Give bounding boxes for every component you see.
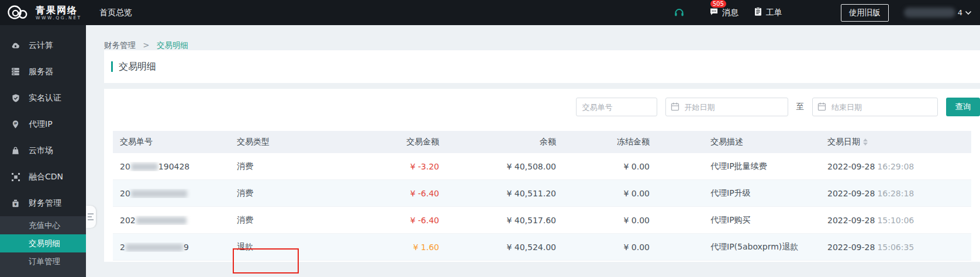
order-no-input[interactable] <box>576 98 657 116</box>
cdn-nodes-icon <box>11 172 20 182</box>
cell-date: 2022-09-2815:06:35 <box>820 243 971 252</box>
cell-description: 代理IP购买 <box>657 215 820 226</box>
sidebar-item-proxy-ip[interactable]: IP 代理IP <box>0 111 86 137</box>
shopping-bag-icon <box>11 146 20 155</box>
ticket-clipboard-icon <box>754 7 762 18</box>
header-frozen: 冻结金额 <box>563 137 657 147</box>
user-name-suffix: 4 <box>958 8 962 17</box>
nav-home[interactable]: 首页总览 <box>92 8 132 18</box>
date-range-separator: 至 <box>796 102 805 112</box>
sidebar-item-label: 实名认证 <box>29 93 61 103</box>
user-menu[interactable]: 4 <box>904 8 972 18</box>
cell-type-refund: 退款 <box>230 242 326 252</box>
cell-amount: ¥ -6.40 <box>326 216 446 225</box>
legacy-version-button[interactable]: 使用旧版 <box>841 4 889 22</box>
cell-order-no: 29 <box>113 243 230 252</box>
sidebar-item-finance[interactable]: ¥ 财务管理 <box>0 190 86 216</box>
page-title-card: 交易明细 <box>104 50 980 83</box>
header-date: 交易日期 <box>820 137 971 147</box>
cell-frozen: ¥ 0.00 <box>563 243 657 252</box>
location-pin-icon: IP <box>11 120 20 129</box>
cell-order-no: 20190428 <box>113 162 230 171</box>
breadcrumb: 财务管理 > 交易明细 <box>86 25 980 50</box>
server-icon <box>11 67 20 77</box>
redacted-text-blur <box>131 163 158 171</box>
sidebar-item-identity-verification[interactable]: 实名认证 <box>0 85 86 111</box>
svg-text:¥: ¥ <box>14 202 17 206</box>
sidebar-item-cdn[interactable]: 融合CDN <box>0 164 86 190</box>
user-name-redacted <box>904 8 955 18</box>
sort-icon[interactable] <box>863 138 868 146</box>
page-title: 交易明细 <box>119 61 156 73</box>
cell-date: 2022-09-2816:29:08 <box>820 162 971 171</box>
breadcrumb-current: 交易明细 <box>157 40 188 50</box>
top-header: 青果网络 WWW.QG.NET 首页总览 505 消息 <box>0 0 980 25</box>
header-balance: 余额 <box>446 137 563 147</box>
cell-type: 消费 <box>230 161 326 172</box>
sidebar-item-cloud-market[interactable]: 云市场 <box>0 137 86 164</box>
sidebar-item-label: 融合CDN <box>29 172 63 182</box>
sidebar: 云计算 服务器 实名认证 IP 代理IP 云市场 <box>0 25 86 277</box>
transactions-card: 至 查询 交易单号 交易类型 交易金额 余额 冻结金额 交易描述 交易日期 <box>104 89 980 262</box>
money-bag-icon: ¥ <box>11 199 20 208</box>
sidebar-item-servers[interactable]: 服务器 <box>0 58 86 85</box>
filter-bar: 至 查询 <box>104 98 980 116</box>
sidebar-subitem-recharge-center[interactable]: 充值中心 <box>0 216 86 234</box>
cell-type: 消费 <box>230 188 326 199</box>
tickets-menu[interactable]: 工单 <box>754 7 782 18</box>
messages-label: 消息 <box>722 8 739 18</box>
cell-amount: ¥ 1.60 <box>326 243 446 252</box>
cell-balance: ¥ 40,511.20 <box>446 189 563 198</box>
header-description: 交易描述 <box>657 137 820 147</box>
cell-balance: ¥ 40,517.60 <box>446 216 563 225</box>
cell-date: 2022-09-2816:28:18 <box>820 189 971 198</box>
sidebar-subitem-order-management[interactable]: 订单管理 <box>0 252 86 271</box>
cell-amount: ¥ -3.20 <box>326 162 446 171</box>
sidebar-subitem-transaction-details[interactable]: 交易明细 <box>0 234 86 252</box>
breadcrumb-parent[interactable]: 财务管理 <box>104 40 136 50</box>
header-type: 交易类型 <box>230 137 326 147</box>
header-order-no: 交易单号 <box>113 137 230 147</box>
start-date-input[interactable] <box>665 98 788 116</box>
table-row[interactable]: 20190428 消费 ¥ -3.20 ¥ 40,508.00 ¥ 0.00 代… <box>113 153 971 180</box>
cloud-icon <box>11 40 20 50</box>
sidebar-item-label: 云计算 <box>29 40 53 51</box>
shield-check-icon <box>11 94 20 103</box>
sidebar-item-label: 云市场 <box>29 146 53 156</box>
cell-order-no: 202 <box>113 216 230 225</box>
cell-description: 代理IP(5aboxprm)退款 <box>657 242 820 252</box>
support-headset-icon[interactable] <box>674 7 685 18</box>
table-row[interactable]: 20 消费 ¥ -6.40 ¥ 40,511.20 ¥ 0.00 代理IP升级 … <box>113 180 971 207</box>
sidebar-item-label: 服务器 <box>29 67 53 77</box>
calendar-icon <box>671 102 679 113</box>
redacted-text-blur <box>136 217 187 224</box>
sidebar-item-label: 财务管理 <box>29 198 61 209</box>
table-header-row: 交易单号 交易类型 交易金额 余额 冻结金额 交易描述 交易日期 <box>113 131 971 153</box>
brand-cloud-icon <box>6 2 30 24</box>
tickets-label: 工单 <box>766 8 782 18</box>
message-bubble-icon <box>709 7 719 18</box>
cell-date: 2022-09-2815:10:06 <box>820 216 971 225</box>
messages-count-badge: 505 <box>710 0 726 8</box>
header-amount: 交易金额 <box>326 137 446 147</box>
cell-amount: ¥ -6.40 <box>326 189 446 198</box>
transactions-table: 交易单号 交易类型 交易金额 余额 冻结金额 交易描述 交易日期 2019042… <box>113 131 971 261</box>
redacted-text-blur <box>126 244 183 251</box>
cell-frozen: ¥ 0.00 <box>563 216 657 225</box>
cell-type: 消费 <box>230 215 326 226</box>
sidebar-item-cloud-computing[interactable]: 云计算 <box>0 32 86 58</box>
search-button[interactable]: 查询 <box>946 98 980 116</box>
calendar-icon <box>817 102 826 113</box>
table-row[interactable]: 202 消费 ¥ -6.40 ¥ 40,517.60 ¥ 0.00 代理IP购买… <box>113 207 971 234</box>
svg-text:IP: IP <box>14 122 18 125</box>
chevron-down-icon <box>965 8 972 17</box>
table-row[interactable]: 29 退款 ¥ 1.60 ¥ 40,524.00 ¥ 0.00 代理IP(5ab… <box>113 234 971 261</box>
cell-balance: ¥ 40,508.00 <box>446 162 563 171</box>
cell-frozen: ¥ 0.00 <box>563 162 657 171</box>
brand-logo[interactable]: 青果网络 WWW.QG.NET <box>0 2 92 24</box>
finance-submenu: 充值中心 交易明细 订单管理 <box>0 216 86 277</box>
messages-menu[interactable]: 505 消息 <box>709 7 739 18</box>
main-content: 财务管理 > 交易明细 交易明细 至 查询 <box>86 25 980 277</box>
end-date-input[interactable] <box>812 98 938 116</box>
cell-description: 代理IP批量续费 <box>657 161 820 172</box>
